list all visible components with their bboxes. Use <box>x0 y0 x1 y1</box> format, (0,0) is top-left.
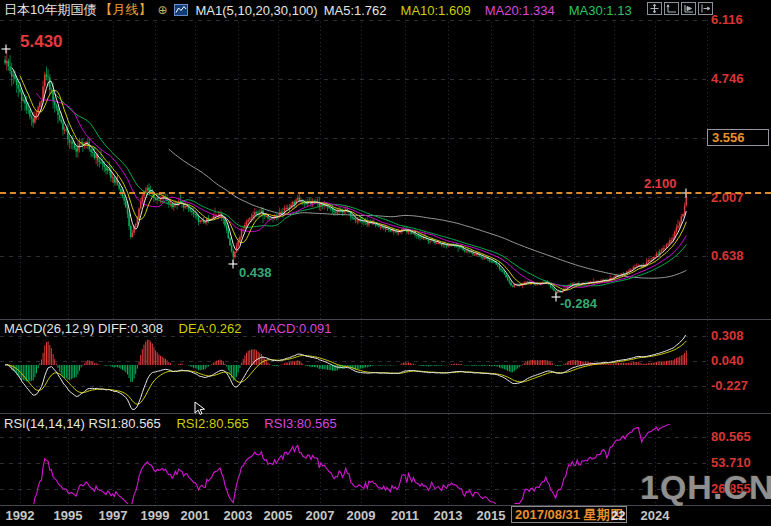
y-axis-label: 4.746 <box>711 71 744 87</box>
y-axis-play-icon[interactable] <box>681 2 696 15</box>
time-axis-year: 2003 <box>224 508 253 523</box>
rsi-axis-label: 80.565 <box>711 429 751 445</box>
time-axis-year: 2005 <box>264 508 293 523</box>
cursor-date-label: 2017/08/31 星期四 <box>511 506 627 523</box>
rsi-title[interactable]: RSI(14,14,14) RSI1:80.565 <box>4 416 161 431</box>
ma30-value: MA30:1.13 <box>569 3 632 18</box>
time-axis-year: 2011 <box>391 508 419 523</box>
mouse-cursor-icon <box>194 401 206 420</box>
time-axis-year: 2001 <box>181 508 210 523</box>
instrument-title[interactable]: 日本10年期国债 <box>4 1 96 19</box>
macd-dea-value: DEA:0.262 <box>179 321 242 336</box>
time-axis-year-partial: 22 <box>611 508 625 523</box>
rsi2-value: RSI2:80.565 <box>176 416 248 431</box>
shift-right-icon[interactable] <box>698 2 713 15</box>
chart-window: 日本10年期国债 【月线】 ⊕ MA1(5,10,20,30,100) MA5:… <box>0 0 771 526</box>
panel-divider[interactable] <box>0 413 771 414</box>
chart-toolbar <box>647 2 713 15</box>
watermark: 1QH.CN <box>640 468 771 507</box>
annotation-all-time-high: 5.430 <box>20 33 63 51</box>
period-label[interactable]: 【月线】 <box>99 1 151 19</box>
time-axis: 2017/08/31 星期四 22 1992199519971999200120… <box>0 506 771 526</box>
ma5-value: MA5:1.762 <box>324 3 387 18</box>
time-axis-year: 1997 <box>99 508 128 523</box>
rsi3-value: RSI3:80.565 <box>264 416 336 431</box>
panel-divider[interactable] <box>0 319 771 320</box>
ma10-value: MA10:1.609 <box>401 3 471 18</box>
chart-canvas[interactable] <box>0 0 771 526</box>
annotation-low-2019: -0.284 <box>560 297 597 311</box>
mini-chart-icon[interactable] <box>174 4 188 16</box>
macd-axis-label: 0.040 <box>711 353 744 369</box>
macd-axis-label: -0.227 <box>711 378 748 394</box>
pan-crosshair-icon[interactable] <box>647 2 662 15</box>
annotation-latest-price: 2.100 <box>644 177 677 191</box>
time-axis-year: 2009 <box>347 508 376 523</box>
y-axis-reset-icon[interactable] <box>664 2 679 15</box>
time-axis-year: 2013 <box>434 508 463 523</box>
ma20-value: MA20:1.334 <box>485 3 555 18</box>
macd-value: MACD:0.091 <box>257 321 331 336</box>
macd-axis-label: 0.308 <box>711 328 744 344</box>
y-axis-cursor-price: 3.556 <box>707 129 769 146</box>
rsi-label-row: RSI(14,14,14) RSI1:80.565 RSI2:80.565 RS… <box>4 416 337 431</box>
y-axis-label: 0.638 <box>711 248 744 264</box>
time-axis-year: 1992 <box>6 508 35 523</box>
time-axis-year: 1995 <box>54 508 83 523</box>
macd-label-row: MACD(26,12,9) DIFF:0.308 DEA:0.262 MACD:… <box>4 321 332 336</box>
time-axis-year: 2024 <box>641 508 670 523</box>
ma-settings-label[interactable]: MA1(5,10,20,30,100) <box>196 3 318 18</box>
add-indicator-icon[interactable]: ⊕ <box>157 3 167 17</box>
annotation-low-2003: 0.438 <box>239 266 272 280</box>
macd-title[interactable]: MACD(26,12,9) DIFF:0.308 <box>4 321 163 336</box>
time-axis-year: 1999 <box>141 508 170 523</box>
time-axis-year: 2007 <box>306 508 335 523</box>
time-axis-year: 2015 <box>477 508 506 523</box>
price-alert-line[interactable] <box>0 192 771 194</box>
